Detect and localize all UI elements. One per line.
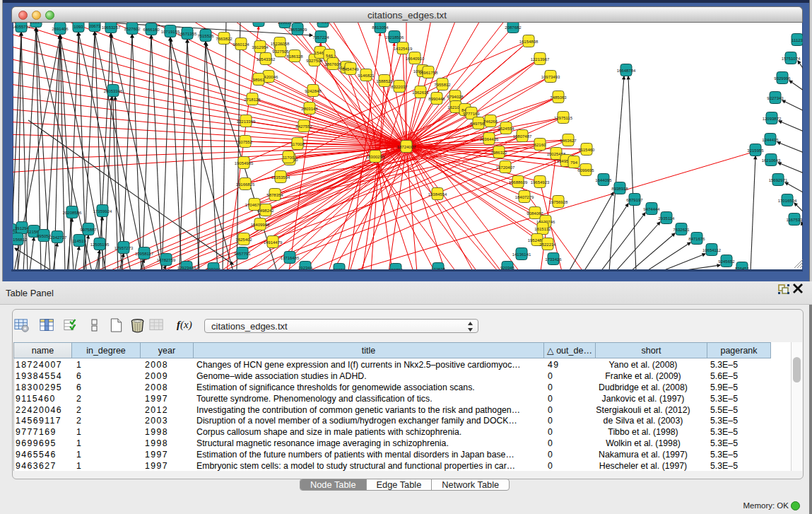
svg-text:114519: 114519	[72, 239, 86, 243]
svg-text:9327508: 9327508	[306, 59, 323, 63]
svg-text:7632621: 7632621	[673, 228, 690, 232]
svg-text:15409948: 15409948	[251, 223, 270, 227]
svg-text:546: 546	[326, 54, 334, 58]
svg-text:9227343: 9227343	[767, 96, 784, 100]
svg-text:10807487: 10807487	[513, 134, 532, 139]
svg-text:10543362: 10543362	[257, 57, 276, 62]
svg-text:9660124: 9660124	[233, 42, 249, 47]
svg-text:2935114: 2935114	[659, 216, 676, 221]
svg-text:16640910: 16640910	[406, 57, 425, 61]
svg-text:19166825: 19166825	[236, 182, 255, 187]
svg-text:8186328: 8186328	[286, 54, 303, 59]
svg-text:2718126: 2718126	[244, 98, 261, 102]
svg-text:10653257: 10653257	[102, 25, 121, 30]
svg-text:13716485: 13716485	[281, 256, 300, 260]
svg-text:1167533: 1167533	[787, 218, 803, 222]
svg-text:9975887: 9975887	[80, 228, 97, 232]
svg-text:19756928: 19756928	[549, 200, 568, 204]
svg-text:7357224: 7357224	[312, 35, 329, 40]
svg-text:16210643: 16210643	[762, 158, 781, 163]
svg-text:62160: 62160	[534, 143, 546, 147]
svg-text:3912954: 3912954	[252, 45, 269, 49]
svg-text:17359924: 17359924	[93, 209, 112, 214]
svg-text:7955812: 7955812	[434, 83, 451, 87]
svg-text:84310: 84310	[317, 23, 329, 24]
svg-text:2691406: 2691406	[52, 27, 69, 31]
svg-text:11700: 11700	[283, 156, 295, 160]
svg-text:1588520: 1588520	[376, 79, 393, 83]
svg-text:2803144: 2803144	[301, 107, 318, 111]
svg-text:14325419: 14325419	[394, 47, 413, 51]
svg-text:4498242: 4498242	[257, 209, 274, 213]
svg-text:7485063: 7485063	[550, 95, 567, 100]
svg-text:794: 794	[570, 160, 578, 165]
svg-text:7663822: 7663822	[216, 37, 233, 41]
svg-text:15720407: 15720407	[496, 165, 515, 170]
svg-text:16154808: 16154808	[519, 40, 539, 44]
svg-text:11123: 11123	[792, 38, 803, 42]
svg-text:10688609: 10688609	[509, 180, 528, 185]
svg-text:8938918: 8938918	[611, 187, 628, 191]
svg-text:9327505: 9327505	[272, 49, 289, 54]
svg-text:20364436: 20364436	[480, 137, 499, 141]
svg-text:1093: 1093	[73, 25, 83, 29]
svg-text:9329996: 9329996	[774, 76, 791, 81]
svg-text:12213967: 12213967	[531, 57, 550, 62]
svg-text:17957273: 17957273	[114, 246, 134, 250]
svg-text:15751074: 15751074	[782, 57, 801, 61]
svg-text:6099695: 6099695	[577, 168, 594, 173]
svg-text:8813054: 8813054	[372, 25, 389, 30]
svg-text:26053346: 26053346	[104, 89, 123, 93]
svg-text:18407279: 18407279	[515, 195, 534, 199]
svg-text:19218506: 19218506	[385, 35, 404, 40]
svg-text:14055712: 14055712	[13, 25, 31, 29]
svg-text:2522214: 2522214	[539, 243, 556, 247]
svg-text:98961: 98961	[253, 78, 265, 82]
svg-text:746266: 746266	[483, 119, 498, 124]
svg-text:12505195: 12505195	[90, 243, 110, 247]
svg-text:17016504: 17016504	[778, 199, 797, 203]
svg-text:12975115: 12975115	[554, 116, 573, 120]
svg-text:107552: 107552	[238, 140, 253, 144]
svg-text:1644095: 1644095	[595, 178, 612, 182]
svg-text:10958117: 10958117	[135, 252, 154, 256]
svg-text:19654923: 19654923	[531, 180, 550, 185]
svg-text:9115460: 9115460	[579, 148, 596, 152]
svg-text:117008: 117008	[290, 142, 305, 146]
svg-text:14914479: 14914479	[264, 240, 283, 245]
svg-text:15692971: 15692971	[769, 178, 788, 182]
svg-text:7515526: 7515526	[197, 34, 214, 38]
svg-text:18724007: 18724007	[397, 145, 416, 149]
svg-text:20557: 20557	[30, 23, 42, 24]
svg-text:9242848: 9242848	[305, 89, 322, 93]
svg-text:9146821: 9146821	[358, 74, 375, 78]
svg-text:16782759: 16782759	[157, 258, 176, 262]
svg-text:2867608: 2867608	[324, 62, 341, 66]
svg-text:19054985: 19054985	[235, 161, 254, 165]
svg-text:8322037: 8322037	[391, 85, 408, 89]
svg-text:2087682: 2087682	[505, 25, 522, 30]
svg-text:10973493: 10973493	[541, 75, 560, 79]
svg-text:9474444: 9474444	[643, 207, 660, 211]
svg-text:12353594: 12353594	[271, 175, 290, 180]
svg-text:10653809: 10653809	[288, 28, 307, 32]
svg-text:9084067: 9084067	[526, 211, 543, 216]
svg-text:3215955: 3215955	[747, 148, 764, 153]
svg-text:1244415: 1244415	[762, 138, 779, 142]
svg-text:20208586: 20208586	[63, 211, 82, 215]
svg-text:14136141: 14136141	[512, 252, 531, 257]
svg-text:8454749: 8454749	[342, 67, 359, 71]
svg-text:6879197: 6879197	[626, 198, 643, 202]
svg-text:1733426: 1733426	[545, 257, 562, 262]
svg-text:9777169: 9777169	[463, 112, 480, 116]
svg-text:19384554: 19384554	[428, 192, 447, 197]
svg-text:21046: 21046	[253, 23, 265, 23]
svg-text:1527602: 1527602	[124, 27, 141, 31]
svg-text:10654112: 10654112	[702, 248, 722, 252]
svg-text:9245652: 9245652	[718, 259, 735, 264]
svg-text:1615132: 1615132	[534, 227, 551, 231]
svg-text:5878354: 5878354	[266, 193, 283, 197]
svg-text:6794028: 6794028	[447, 95, 464, 99]
svg-text:9457791: 9457791	[234, 252, 251, 256]
svg-text:8427552: 8427552	[295, 124, 312, 129]
